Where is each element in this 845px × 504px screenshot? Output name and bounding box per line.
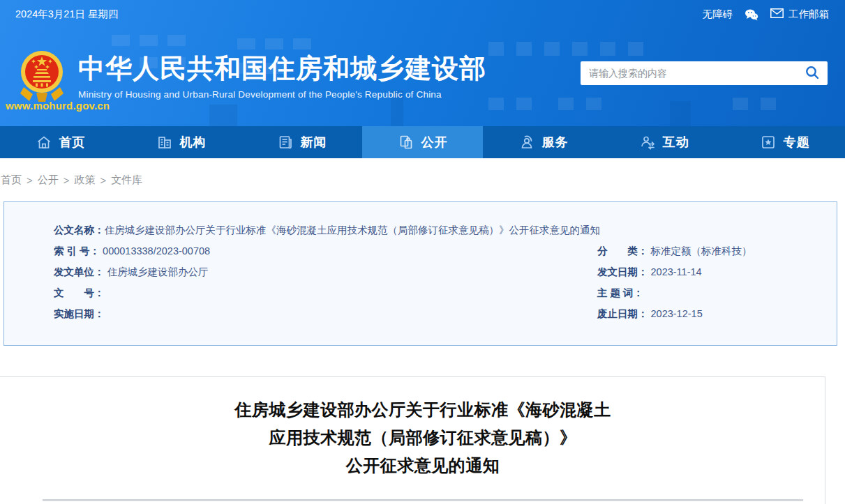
ministry-title: 中华人民共和国住房和城乡建设部 <box>78 54 486 84</box>
nav-item-topics[interactable]: 专题 <box>724 126 845 158</box>
nav-label: 新闻 <box>301 134 327 151</box>
category-value: 标准定额（标准科技） <box>651 245 752 257</box>
nav-label: 专题 <box>784 134 810 151</box>
repeal-date-label: 废止日期： <box>597 308 648 319</box>
wechat-icon[interactable] <box>745 8 758 21</box>
breadcrumb-separator: > <box>63 174 70 186</box>
meta-cell-index-no: 索 引 号： 000013338/2023-00708 <box>54 240 597 261</box>
accessibility-link[interactable]: 无障碍 <box>703 8 733 21</box>
nav-item-interaction[interactable]: 互动 <box>604 126 724 158</box>
keywords-label: 主 题 词： <box>597 287 643 298</box>
issue-date-label: 发文日期： <box>597 266 648 277</box>
doc-no-label: 文 号： <box>54 287 105 298</box>
document-meta-box: 公文名称： 住房城乡建设部办公厅关于行业标准《海砂混凝土应用技术规范（局部修订征… <box>3 201 837 346</box>
section-spacer <box>0 346 845 376</box>
title-divider <box>43 499 803 501</box>
meta-row: 文 号： 主 题 词： <box>4 282 837 303</box>
site-url: www.mohurd.gov.cn <box>6 100 110 112</box>
top-utility-links: 无障碍 工作邮箱 <box>703 8 830 21</box>
meta-cell-doc-no: 文 号： <box>54 282 597 303</box>
article-title-line: 应用技术规范（局部修订征求意见稿）》 <box>43 424 803 452</box>
meta-cell-issuing-unit: 发文单位： 住房城乡建设部办公厅 <box>54 261 597 282</box>
interaction-icon <box>639 134 656 151</box>
meta-cell-impl-date: 实施日期： <box>54 303 597 324</box>
nav-item-disclosure[interactable]: 公开 <box>362 126 483 158</box>
news-icon <box>277 134 294 151</box>
article-title: 住房城乡建设部办公厅关于行业标准《海砂混凝土 应用技术规范（局部修订征求意见稿）… <box>43 377 803 480</box>
index-no-value: 000013338/2023-00708 <box>103 245 210 257</box>
brand-home-link[interactable]: 中华人民共和国住房和城乡建设部 Ministry of Housing and … <box>78 54 486 100</box>
search-icon <box>805 66 819 82</box>
topics-icon <box>760 134 777 151</box>
meta-cell-category: 分 类： 标准定额（标准科技） <box>597 240 837 261</box>
article-panel: 住房城乡建设部办公厅关于行业标准《海砂混凝土 应用技术规范（局部修订征求意见稿）… <box>0 376 825 504</box>
work-mailbox-link[interactable]: 工作邮箱 <box>770 8 829 21</box>
meta-row: 发文单位： 住房城乡建设部办公厅 发文日期： 2023-11-14 <box>4 261 837 282</box>
breadcrumb-separator: > <box>100 174 107 186</box>
meta-row: 实施日期： 废止日期： 2023-12-15 <box>4 303 837 324</box>
ministry-subtitle-en: Ministry of Housing and Urban-Rural Deve… <box>78 89 486 100</box>
nav-label: 服务 <box>542 134 569 151</box>
meta-row-doc-name: 公文名称： 住房城乡建设部办公厅关于行业标准《海砂混凝土应用技术规范（局部修订征… <box>4 220 837 240</box>
issuing-unit-value: 住房城乡建设部办公厅 <box>107 266 209 277</box>
article-title-line: 住房城乡建设部办公厅关于行业标准《海砂混凝土 <box>43 396 803 424</box>
home-icon <box>36 134 52 151</box>
article-title-line: 公开征求意见的通知 <box>43 452 803 480</box>
site-search <box>581 61 828 85</box>
search-button[interactable] <box>797 61 828 85</box>
disclosure-icon <box>398 134 414 151</box>
doc-name-label: 公文名称： <box>54 220 105 240</box>
issuing-unit-label: 发文单位： <box>54 266 105 277</box>
nav-item-services[interactable]: 服务 <box>483 126 604 158</box>
search-input[interactable] <box>581 61 797 85</box>
meta-cell-keywords: 主 题 词： <box>597 282 837 303</box>
article-body: 住房城乡建设部办公厅关于行业标准《海砂混凝土 应用技术规范（局部修订征求意见稿）… <box>43 377 803 501</box>
breadcrumb-separator: > <box>27 174 33 186</box>
nav-item-news[interactable]: 新闻 <box>241 126 362 158</box>
impl-date-label: 实施日期： <box>54 308 105 319</box>
breadcrumb-policy[interactable]: 政策 <box>75 174 96 187</box>
nav-label: 互动 <box>663 134 689 151</box>
breadcrumb: 首页 > 公开 > 政策 > 文件库 <box>0 158 845 201</box>
issue-date-value: 2023-11-14 <box>651 266 702 277</box>
meta-cell-repeal-date: 废止日期： 2023-12-15 <box>597 303 837 324</box>
organization-icon <box>156 134 173 151</box>
breadcrumb-current-library: 文件库 <box>111 174 142 187</box>
primary-nav: 首页 机构 新闻 公开 <box>0 126 845 158</box>
nav-item-home[interactable]: 首页 <box>0 126 121 158</box>
current-date: 2024年3月21日 星期四 <box>15 8 118 21</box>
meta-row: 索 引 号： 000013338/2023-00708 分 类： 标准定额（标准… <box>4 240 837 261</box>
mail-icon <box>770 8 784 20</box>
category-label: 分 类： <box>597 245 648 257</box>
breadcrumb-home[interactable]: 首页 <box>1 174 22 187</box>
top-utility-bar: 2024年3月21日 星期四 无障碍 <box>0 0 845 21</box>
nav-label: 机构 <box>180 134 207 151</box>
meta-cell-issue-date: 发文日期： 2023-11-14 <box>597 261 837 282</box>
nav-label: 首页 <box>59 134 86 151</box>
index-no-label: 索 引 号： <box>54 245 100 257</box>
repeal-date-value: 2023-12-15 <box>651 308 703 319</box>
nav-label: 公开 <box>421 134 448 151</box>
nav-item-organization[interactable]: 机构 <box>121 126 241 158</box>
site-header: 2024年3月21日 星期四 无障碍 <box>0 0 845 126</box>
doc-name-value: 住房城乡建设部办公厅关于行业标准《海砂混凝土应用技术规范（局部修订征求意见稿）》… <box>105 220 601 240</box>
breadcrumb-disclosure[interactable]: 公开 <box>38 174 59 187</box>
services-icon <box>518 134 535 151</box>
